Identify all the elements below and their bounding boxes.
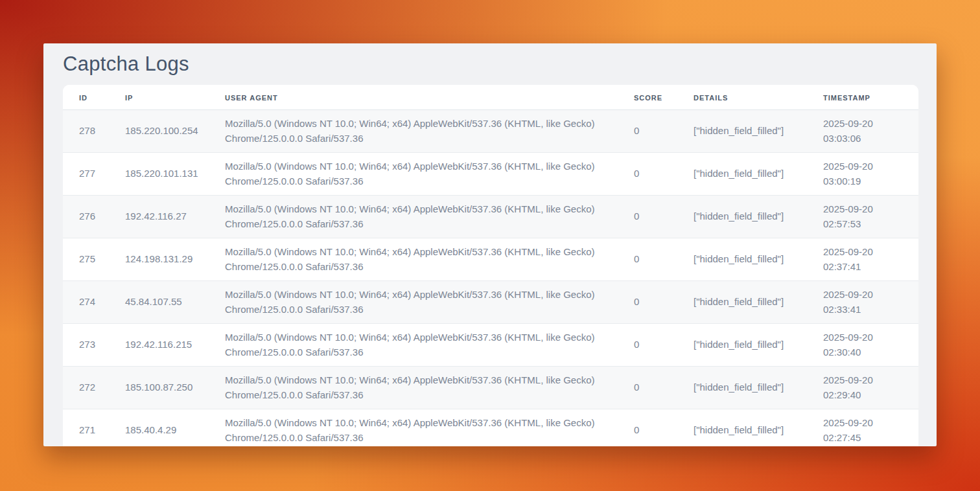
cell-score: 0 — [618, 281, 677, 324]
column-header-timestamp: TIMESTAMP — [807, 85, 918, 110]
cell-timestamp: 2025-09-20 02:33:41 — [807, 281, 918, 324]
cell-user-agent: Mozilla/5.0 (Windows NT 10.0; Win64; x64… — [209, 238, 618, 281]
cell-timestamp: 2025-09-20 03:00:19 — [807, 153, 918, 196]
logs-table: ID IP USER AGENT SCORE DETAILS TIMESTAMP… — [63, 85, 918, 446]
column-header-id: ID — [63, 85, 109, 110]
cell-ip: 192.42.116.215 — [109, 324, 209, 367]
cell-user-agent: Mozilla/5.0 (Windows NT 10.0; Win64; x64… — [209, 281, 618, 324]
cell-score: 0 — [618, 110, 677, 153]
cell-details: ["hidden_field_filled"] — [677, 409, 807, 447]
cell-timestamp: 2025-09-20 02:30:40 — [807, 324, 918, 367]
cell-score: 0 — [618, 409, 677, 447]
column-header-score: SCORE — [618, 85, 677, 110]
log-table-body: 278185.220.100.254Mozilla/5.0 (Windows N… — [63, 110, 918, 447]
table-row: 271185.40.4.29Mozilla/5.0 (Windows NT 10… — [63, 409, 918, 447]
cell-id: 271 — [63, 409, 109, 447]
cell-ip: 192.42.116.27 — [109, 196, 209, 238]
cell-details: ["hidden_field_filled"] — [677, 324, 807, 367]
table-header-row: ID IP USER AGENT SCORE DETAILS TIMESTAMP — [63, 85, 918, 110]
table-row: 273192.42.116.215Mozilla/5.0 (Windows NT… — [63, 324, 918, 367]
cell-id: 273 — [63, 324, 109, 367]
cell-details: ["hidden_field_filled"] — [677, 153, 807, 196]
cell-timestamp: 2025-09-20 02:57:53 — [807, 196, 918, 238]
cell-score: 0 — [618, 238, 677, 281]
cell-score: 0 — [618, 153, 677, 196]
cell-details: ["hidden_field_filled"] — [677, 367, 807, 409]
cell-ip: 185.220.101.131 — [109, 153, 209, 196]
cell-details: ["hidden_field_filled"] — [677, 110, 807, 153]
cell-ip: 185.100.87.250 — [109, 367, 209, 409]
table-header: ID IP USER AGENT SCORE DETAILS TIMESTAMP — [63, 85, 918, 110]
cell-user-agent: Mozilla/5.0 (Windows NT 10.0; Win64; x64… — [209, 153, 618, 196]
table-row: 278185.220.100.254Mozilla/5.0 (Windows N… — [63, 110, 918, 153]
cell-details: ["hidden_field_filled"] — [677, 238, 807, 281]
cell-user-agent: Mozilla/5.0 (Windows NT 10.0; Win64; x64… — [209, 110, 618, 153]
cell-id: 277 — [63, 153, 109, 196]
cell-details: ["hidden_field_filled"] — [677, 281, 807, 324]
cell-score: 0 — [618, 196, 677, 238]
column-header-ip: IP — [109, 85, 209, 110]
cell-timestamp: 2025-09-20 02:27:45 — [807, 409, 918, 447]
cell-user-agent: Mozilla/5.0 (Windows NT 10.0; Win64; x64… — [209, 409, 618, 447]
table-row: 277185.220.101.131Mozilla/5.0 (Windows N… — [63, 153, 918, 196]
cell-id: 278 — [63, 110, 109, 153]
cell-timestamp: 2025-09-20 02:29:40 — [807, 367, 918, 409]
cell-score: 0 — [618, 324, 677, 367]
table-row: 275124.198.131.29Mozilla/5.0 (Windows NT… — [63, 238, 918, 281]
cell-user-agent: Mozilla/5.0 (Windows NT 10.0; Win64; x64… — [209, 367, 618, 409]
table-row: 276192.42.116.27Mozilla/5.0 (Windows NT … — [63, 196, 918, 238]
cell-id: 274 — [63, 281, 109, 324]
cell-ip: 185.220.100.254 — [109, 110, 209, 153]
cell-id: 275 — [63, 238, 109, 281]
cell-details: ["hidden_field_filled"] — [677, 196, 807, 238]
cell-ip: 124.198.131.29 — [109, 238, 209, 281]
cell-timestamp: 2025-09-20 02:37:41 — [807, 238, 918, 281]
table-row: 27445.84.107.55Mozilla/5.0 (Windows NT 1… — [63, 281, 918, 324]
cell-id: 272 — [63, 367, 109, 409]
cell-timestamp: 2025-09-20 03:03:06 — [807, 110, 918, 153]
page-title: Captcha Logs — [63, 52, 937, 76]
page-background: { "page": { "title": "Captcha Logs" }, "… — [0, 0, 980, 491]
cell-score: 0 — [618, 367, 677, 409]
column-header-user-agent: USER AGENT — [209, 85, 618, 110]
column-header-details: DETAILS — [677, 85, 807, 110]
captcha-logs-card: Captcha Logs ID IP USER AGENT SCORE DETA… — [43, 43, 937, 446]
cell-user-agent: Mozilla/5.0 (Windows NT 10.0; Win64; x64… — [209, 196, 618, 238]
cell-id: 276 — [63, 196, 109, 238]
cell-user-agent: Mozilla/5.0 (Windows NT 10.0; Win64; x64… — [209, 324, 618, 367]
table-row: 272185.100.87.250Mozilla/5.0 (Windows NT… — [63, 367, 918, 409]
logs-table-container: ID IP USER AGENT SCORE DETAILS TIMESTAMP… — [63, 85, 918, 446]
cell-ip: 45.84.107.55 — [109, 281, 209, 324]
cell-ip: 185.40.4.29 — [109, 409, 209, 447]
